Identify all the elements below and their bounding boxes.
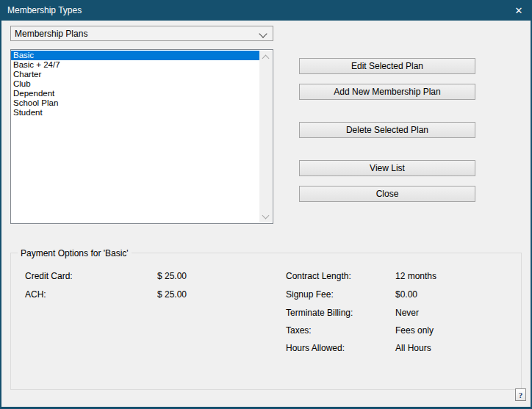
list-item[interactable]: Club (11, 79, 259, 89)
ach-label: ACH: (25, 289, 46, 300)
terminate-billing-label: Terminate Billing: (286, 308, 353, 318)
help-button[interactable]: ? (515, 388, 526, 401)
list-item[interactable]: Basic (11, 51, 259, 60)
close-icon: ✕ (515, 5, 523, 16)
contract-length-value: 12 months (395, 271, 436, 281)
credit-card-label: Credit Card: (25, 271, 73, 281)
chevron-down-icon (262, 211, 270, 219)
chevron-down-icon (259, 29, 267, 37)
chevron-up-icon (262, 54, 270, 62)
list-item[interactable]: Charter (11, 70, 259, 79)
taxes-value: Fees only (395, 325, 434, 336)
contract-length-label: Contract Length: (286, 271, 351, 281)
taxes-label: Taxes: (286, 325, 312, 336)
plan-type-selected-value: Membership Plans (15, 29, 87, 39)
credit-card-value: $ 25.00 (157, 271, 187, 281)
dialog-body: Membership Plans Basic Basic + 24/7 Char… (1, 21, 531, 407)
list-item[interactable]: Dependent (11, 89, 259, 98)
close-window-button[interactable]: ✕ (506, 0, 532, 21)
scroll-up-button[interactable] (259, 51, 272, 63)
signup-fee-value: $0.00 (395, 289, 417, 300)
terminate-billing-value: Never (395, 308, 419, 318)
hours-allowed-label: Hours Allowed: (286, 343, 345, 353)
plan-type-select[interactable]: Membership Plans (10, 26, 273, 41)
list-item[interactable]: School Plan (11, 98, 259, 108)
close-button[interactable]: Close (299, 186, 475, 202)
plan-list-items: Basic Basic + 24/7 Charter Club Dependen… (11, 51, 259, 117)
delete-selected-plan-button[interactable]: Delete Selected Plan (299, 122, 475, 138)
help-question-icon: ? (519, 391, 523, 399)
payment-options-group-title: Payment Options for 'Basic' (18, 248, 132, 258)
hours-allowed-value: All Hours (395, 343, 431, 353)
add-new-membership-plan-button[interactable]: Add New Membership Plan (299, 84, 475, 100)
payment-options-group: Payment Options for 'Basic' Credit Card:… (10, 253, 522, 390)
list-scrollbar[interactable] (259, 51, 272, 222)
plan-list: Basic Basic + 24/7 Charter Club Dependen… (10, 49, 273, 224)
view-list-button[interactable]: View List (299, 160, 475, 176)
titlebar[interactable]: Membership Types (0, 0, 532, 21)
scroll-down-button[interactable] (259, 210, 272, 222)
edit-selected-plan-button[interactable]: Edit Selected Plan (299, 58, 475, 74)
ach-value: $ 25.00 (157, 289, 187, 300)
list-item[interactable]: Student (11, 108, 259, 117)
signup-fee-label: Signup Fee: (286, 289, 334, 300)
window-title: Membership Types (7, 5, 82, 15)
membership-types-dialog: Membership Types ✕ Membership Plans Basi… (0, 0, 532, 409)
list-item[interactable]: Basic + 24/7 (11, 60, 259, 70)
